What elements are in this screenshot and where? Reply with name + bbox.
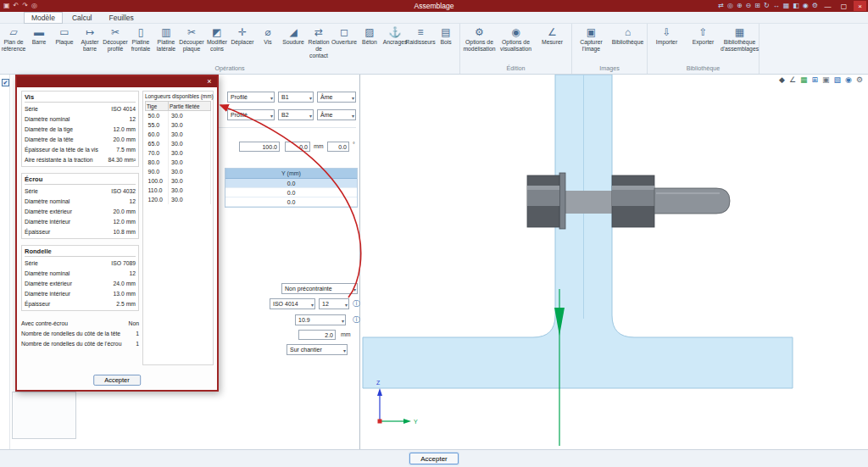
bolt-standard-select[interactable]: ISO 4014 ▾ (270, 298, 315, 309)
maximize-button[interactable]: ▢ (837, 1, 850, 11)
modeling-options-button[interactable]: ⚙Options de modélisation (461, 25, 498, 53)
undo-icon[interactable]: ↶ (14, 3, 19, 9)
reference-plane-button[interactable]: ▱Plan de référence (1, 25, 26, 53)
column-header-tige[interactable]: Tige (146, 102, 169, 111)
export-button[interactable]: ⇧Exporter (685, 25, 721, 47)
render-mode-icon[interactable]: ▦ (800, 75, 808, 84)
pan-icon[interactable]: ⇄ (718, 3, 724, 9)
redo-icon[interactable]: ↷ (22, 3, 28, 9)
length-row[interactable]: 50.030.0 (146, 111, 211, 120)
panel-checkbox[interactable]: ✔ (2, 79, 9, 86)
modify-corners-button[interactable]: ◩Modifier coins (204, 25, 230, 53)
anchors-button[interactable]: ⚓Ancrages (382, 25, 408, 47)
cut-profile-button[interactable]: ✂Découper profilé (103, 25, 128, 53)
length-row[interactable]: 65.030.0 (146, 139, 211, 148)
part-select-1[interactable]: Âme ▾ (317, 92, 356, 103)
bolt-button[interactable]: ⌀Vis (255, 25, 281, 47)
weld-button[interactable]: ◢Soudure (281, 25, 306, 47)
viewcube-icon[interactable]: ◆ (779, 75, 785, 84)
element-select-b2[interactable]: B2 ▾ (278, 109, 314, 120)
column-header-partie-filetee[interactable]: Partie filetée (169, 102, 211, 111)
zoom-icon[interactable]: ◎ (31, 3, 37, 9)
beam-button[interactable]: ▬Barre (26, 25, 52, 47)
length-row[interactable]: 90.030.0 (146, 167, 211, 176)
length-row[interactable]: 110.030.0 (146, 186, 211, 195)
move-button[interactable]: ✛Déplacer (230, 25, 255, 47)
half-shade-icon[interactable]: ◧ (793, 3, 799, 9)
bolt-diameter-select[interactable]: 12 ▾ (319, 298, 349, 309)
orbit-icon[interactable]: ↻ (764, 3, 770, 9)
table-row[interactable]: 0.0 (225, 188, 357, 197)
assembly-library-button[interactable]: ▦Bibliothèque d'assemblages (721, 25, 758, 53)
length-row[interactable]: 100.030.0 (146, 176, 211, 186)
measure-icon[interactable]: ∠ (789, 75, 796, 84)
view-settings-icon[interactable]: ⚙ (812, 3, 818, 9)
chevron-down-icon: ▾ (345, 302, 348, 308)
minimize-button[interactable]: — (821, 1, 834, 11)
table-row[interactable]: 0.0 (225, 179, 357, 188)
import-button[interactable]: ⇩Importer (648, 25, 685, 47)
cut-plate-button[interactable]: ✂Découper plaque (179, 25, 204, 53)
dx-field[interactable] (285, 142, 310, 152)
element-select-b1[interactable]: B1 ▾ (278, 92, 314, 103)
grid-icon[interactable]: ⊞ (811, 75, 818, 84)
zoom-in-icon[interactable]: ⊕ (737, 3, 743, 9)
bolt-grade-info-icon[interactable]: ⓘ (353, 316, 360, 324)
zoom-window-icon[interactable]: ◎ (727, 3, 733, 9)
thread-length-field[interactable] (298, 330, 336, 340)
part-select-2[interactable]: Âme ▾ (317, 109, 356, 120)
wood-button[interactable]: ▤Bois (433, 25, 459, 47)
property-row: Avec contre-écrouNon (21, 319, 139, 329)
3d-viewport[interactable]: Z Y ◆∠▦⊞▣▧◉⚙ (360, 75, 868, 449)
dialog-titlebar[interactable]: × (17, 76, 217, 87)
menu-tab-modèle[interactable]: Modèle (24, 12, 63, 24)
dialog-accept-button[interactable]: Accepter (93, 375, 141, 386)
plate-button[interactable]: ▭Plaque (52, 25, 77, 47)
save-icon[interactable]: ▣ (3, 3, 10, 9)
bolt-grade-select[interactable]: 10.9 ▾ (295, 314, 346, 325)
close-button[interactable]: × (854, 1, 866, 11)
menu-tab-calcul[interactable]: Calcul (64, 12, 100, 24)
y-column-header[interactable]: Y (mm) (225, 169, 357, 179)
length-row[interactable]: 80.030.0 (146, 158, 211, 167)
capture-image-button[interactable]: ▣Capturer l'image (573, 25, 609, 53)
display-options-button[interactable]: ◉Options de visualisation (498, 25, 534, 53)
pretension-select[interactable]: Non précontrainte ▾ (281, 283, 358, 294)
profile-select-1[interactable]: Profilé ▾ (227, 92, 275, 103)
end-plate-button[interactable]: ▯Platine frontale (128, 25, 153, 53)
visibility-icon[interactable]: ◉ (845, 75, 852, 84)
menu-tab-feuilles[interactable]: Feuilles (102, 12, 142, 24)
zoom-out-icon[interactable]: ⊖ (746, 3, 752, 9)
close-icon[interactable]: × (204, 78, 214, 86)
layers-icon[interactable]: ▧ (834, 75, 842, 84)
accept-button[interactable]: Accepter (409, 453, 459, 464)
opening-button[interactable]: ◻Ouverture (331, 25, 357, 47)
offset-field[interactable] (239, 142, 280, 152)
shading-icon[interactable]: ▦ (783, 3, 790, 9)
profile-select-2[interactable]: Profilé ▾ (227, 109, 275, 120)
snapshot-icon[interactable]: ▣ (822, 75, 830, 84)
thread-unit-label: mm (341, 331, 351, 337)
table-row[interactable]: 0.0 (225, 197, 357, 207)
length-row[interactable]: 70.030.0 (146, 148, 211, 158)
target-icon[interactable]: ◉ (803, 3, 809, 9)
y-axis-label: Y (414, 419, 418, 425)
length-row[interactable]: 120.030.0 (146, 195, 211, 204)
fit-view-icon[interactable]: ↔ (773, 3, 780, 9)
assembly-site-select[interactable]: Sur chantier ▾ (287, 344, 348, 355)
length-row[interactable]: 60.030.0 (146, 130, 211, 139)
measure-button[interactable]: ∠Mesurer (534, 25, 570, 47)
length-row[interactable]: 55.030.0 (146, 120, 211, 130)
adjust-beam-button[interactable]: ↦Ajuster barre (77, 25, 103, 53)
angle-field[interactable] (327, 142, 349, 152)
viewport-settings-icon[interactable]: ⚙ (856, 75, 863, 84)
side-plate-button[interactable]: ▥Platine latérale (153, 25, 179, 53)
bolt-standard-info-icon[interactable]: ⓘ (353, 300, 360, 308)
concrete-button[interactable]: ▨Béton (357, 25, 382, 47)
chevron-down-icon: ▾ (270, 95, 273, 101)
stiffeners-button[interactable]: ≡Raidisseurs (408, 25, 433, 47)
contact-relation-button[interactable]: ⇄Relation de contact (306, 25, 331, 59)
image-library-button[interactable]: ⌂Bibliothèque (609, 25, 646, 47)
zoom-extents-icon[interactable]: ⊞ (754, 3, 760, 9)
property-label: Nombre de rondelles du côté de l'écrou (21, 339, 121, 349)
